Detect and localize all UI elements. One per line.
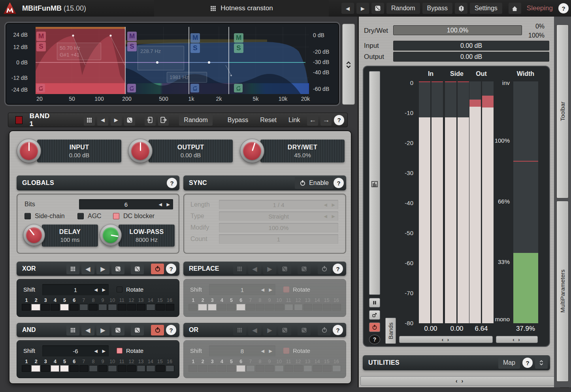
xor-random-button[interactable] <box>111 264 124 274</box>
input-gain-knob[interactable] <box>17 139 41 163</box>
bit-cell[interactable] <box>217 304 226 311</box>
bit-cell[interactable] <box>127 304 136 311</box>
increment-icon[interactable]: ▶ <box>167 202 170 207</box>
band-presets-button[interactable] <box>84 115 95 126</box>
bit-cell[interactable] <box>188 304 197 311</box>
bit-cell[interactable] <box>217 365 226 372</box>
or-next-button[interactable]: ▶ <box>263 325 276 335</box>
bit-cell[interactable] <box>137 304 145 311</box>
decrement-icon[interactable]: ◀ <box>261 349 264 354</box>
bit-cell[interactable] <box>166 304 174 311</box>
bit-cell[interactable] <box>275 304 283 311</box>
bit-cell[interactable] <box>303 304 312 311</box>
band-random-button[interactable] <box>124 115 135 126</box>
analyzer-zoom-scrollbar[interactable] <box>342 24 355 105</box>
band-link-button[interactable]: Link <box>284 115 305 126</box>
tab-toolbar[interactable]: Toolbar <box>556 24 569 198</box>
or-prev-button[interactable]: ◀ <box>248 325 261 335</box>
band1-side-badge[interactable]: S <box>36 42 46 51</box>
increment-icon[interactable]: ▶ <box>269 349 272 354</box>
decrement-icon[interactable]: ◀ <box>324 214 327 219</box>
tab-multiparameters[interactable]: MultiParameters <box>556 201 569 382</box>
decrement-icon[interactable]: ◀ <box>94 349 98 354</box>
or-random-button[interactable] <box>278 325 291 335</box>
utilities-help-button[interactable]: ? <box>522 358 533 368</box>
increment-icon[interactable]: ▶ <box>332 214 335 219</box>
bit-cell[interactable] <box>246 304 255 311</box>
bit-cell[interactable] <box>332 304 341 311</box>
band-paste-button[interactable] <box>158 115 169 126</box>
decrement-icon[interactable]: ◀ <box>324 202 327 207</box>
bit-cell[interactable] <box>246 365 255 372</box>
increment-icon[interactable]: ▶ <box>332 202 335 207</box>
or-power-button[interactable] <box>318 325 331 335</box>
xor-random2-button[interactable] <box>131 264 144 274</box>
bit-cell[interactable] <box>51 365 59 372</box>
and-power-button[interactable] <box>151 325 164 335</box>
xor-prev-button[interactable]: ◀ <box>81 264 94 274</box>
replace-power-button[interactable] <box>318 264 331 274</box>
sync-help-button[interactable]: ? <box>334 178 344 188</box>
or-shift-slider[interactable]: 8 ◀▶ <box>209 345 275 356</box>
bit-cell[interactable] <box>70 304 78 311</box>
replace-random2-button[interactable] <box>298 264 311 274</box>
sync-length-slider[interactable]: 1 / 4 ◀▶ <box>219 200 338 209</box>
bit-cell[interactable] <box>146 365 155 372</box>
and-help-button[interactable]: ? <box>166 325 176 335</box>
bit-cell[interactable] <box>41 304 50 311</box>
band2-range-icon[interactable] <box>127 84 136 92</box>
bit-cell[interactable] <box>98 365 107 372</box>
limiter-alert-button[interactable] <box>455 3 467 14</box>
decrement-icon[interactable]: ◀ <box>261 287 264 292</box>
bit-cell[interactable] <box>323 304 332 311</box>
lowpass-knob[interactable] <box>100 224 122 246</box>
bit-cell[interactable] <box>294 304 303 311</box>
xor-presets-button[interactable] <box>66 264 79 274</box>
band-copy-button[interactable] <box>145 115 156 126</box>
sync-enable-button[interactable]: Enable <box>295 177 334 189</box>
bit-cell[interactable] <box>303 365 312 372</box>
bit-cell[interactable] <box>285 365 293 372</box>
bit-cell[interactable] <box>236 365 245 372</box>
global-output-slider[interactable]: 0.00 dB <box>393 52 549 62</box>
and-rotate-checkbox[interactable] <box>117 348 122 354</box>
bit-cell[interactable] <box>60 304 69 311</box>
random-preset-button[interactable] <box>371 3 384 14</box>
band1-mid-badge[interactable]: M <box>36 32 46 41</box>
bit-cell[interactable] <box>294 365 303 372</box>
lowpass-display[interactable]: LOW-PASS 8000 Hz <box>119 224 175 247</box>
bit-cell[interactable] <box>227 304 236 311</box>
spectrum-band-editor[interactable]: 24 dB12 dB0 dB-12 dB-24 dB 0 dB-20 dB-30… <box>6 23 339 105</box>
bit-cell[interactable] <box>208 304 217 311</box>
bit-cell[interactable] <box>332 365 341 372</box>
meter-pause-button[interactable] <box>369 298 380 307</box>
xor-help-button[interactable]: ? <box>166 264 176 274</box>
band-prev-button[interactable]: ◀ <box>97 115 108 126</box>
bit-cell[interactable] <box>285 304 293 311</box>
sync-count-slider[interactable]: 1 <box>219 234 338 244</box>
utilities-collapse-button[interactable] <box>535 357 548 369</box>
xor-next-button[interactable]: ▶ <box>96 264 109 274</box>
settings-button[interactable]: Settings <box>470 3 502 14</box>
meter-hscrollbar-width[interactable]: ‹ › <box>496 336 538 343</box>
bit-cell[interactable] <box>89 304 98 311</box>
replace-rotate-checkbox[interactable] <box>283 286 289 292</box>
globals-help-button[interactable]: ? <box>167 178 177 188</box>
bands-tab-button[interactable]: Bands <box>385 318 396 344</box>
bit-cell[interactable] <box>256 365 264 372</box>
bit-cell[interactable] <box>265 365 274 372</box>
input-gain-display[interactable]: INPUT 0.00 dB <box>37 139 121 162</box>
band3-side-badge[interactable]: S <box>190 43 200 53</box>
sleeping-indicator[interactable]: Sleeping <box>524 4 556 12</box>
xor-power-button[interactable] <box>151 264 164 274</box>
melda-logo-icon[interactable] <box>3 2 17 15</box>
preset-selector[interactable]: Hotness cranston <box>154 0 329 17</box>
or-help-button[interactable]: ? <box>333 325 343 335</box>
bit-cell[interactable] <box>166 365 174 372</box>
randomize-button[interactable]: Random <box>386 3 420 14</box>
prev-preset-button[interactable]: ◀ <box>341 3 354 14</box>
bit-cell[interactable] <box>227 365 236 372</box>
home-button[interactable] <box>509 3 521 14</box>
global-input-slider[interactable]: 0.00 dB <box>393 41 549 51</box>
and-shift-slider[interactable]: -6 ◀▶ <box>42 345 109 356</box>
